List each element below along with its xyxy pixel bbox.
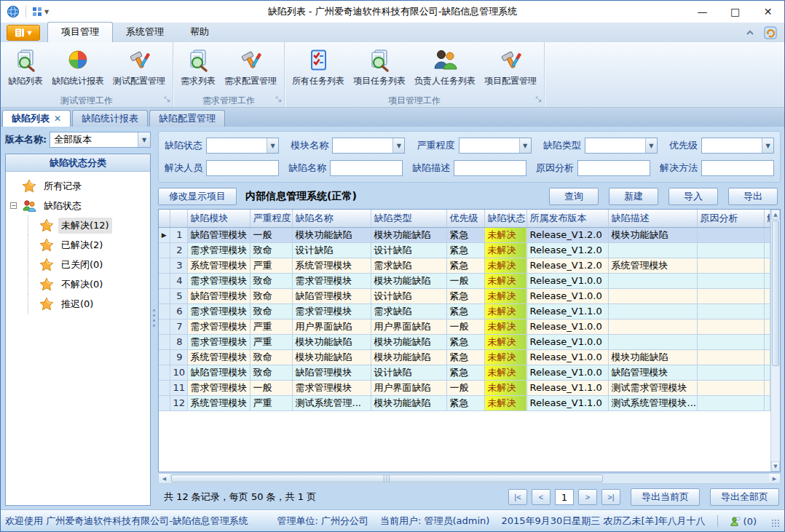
- close-button[interactable]: ✕: [752, 1, 784, 23]
- table-row[interactable]: 11需求管理模块一般需求管理模块用户界面缺陷一般未解决Release_V1.1.…: [159, 380, 770, 395]
- ribbon-button-requirement-config-mgmt[interactable]: 需求配置管理: [220, 45, 281, 89]
- new-button[interactable]: 新建: [609, 188, 658, 205]
- horizontal-scrollbar[interactable]: ◀ ||| ▶: [158, 473, 781, 484]
- ribbon-button-requirement-list[interactable]: 需求列表: [176, 45, 220, 89]
- chevron-down-icon[interactable]: ▼: [267, 138, 278, 153]
- table-row[interactable]: 3系统管理模块严重系统管理模块需求缺陷紧急未解决Release_V1.2.0系统…: [159, 258, 770, 273]
- table-row[interactable]: 2需求管理模块致命设计缺陷设计缺陷紧急未解决Release_V1.2.0: [159, 242, 770, 258]
- column-header-9[interactable]: 解决方法: [764, 210, 770, 227]
- close-icon[interactable]: ✕: [54, 114, 61, 124]
- export-current-page-button[interactable]: 导出当前页: [631, 488, 700, 506]
- export-button[interactable]: 导出: [728, 188, 778, 205]
- splitter[interactable]: [151, 127, 157, 510]
- table-row[interactable]: ▶1缺陷管理模块一般模块功能缺陷模块功能缺陷紧急未解决Release_V1.2.…: [159, 227, 770, 242]
- column-header-0[interactable]: 缺陷模块: [187, 210, 250, 227]
- last-page-button[interactable]: >|: [601, 489, 620, 505]
- filter-field-priority[interactable]: ▼: [701, 138, 774, 154]
- table-row[interactable]: 4需求管理模块致命需求管理模块模块功能缺陷一般未解决Release_V1.0.0: [159, 273, 770, 288]
- help-icon[interactable]: [764, 26, 777, 39]
- ribbon-button-project-tasks-list[interactable]: 项目任务列表: [349, 45, 410, 89]
- ribbon-tab-help[interactable]: 帮助: [177, 23, 222, 42]
- column-header-5[interactable]: 缺陷状态: [484, 210, 526, 227]
- next-page-button[interactable]: >: [578, 489, 597, 505]
- solution-input[interactable]: [702, 161, 773, 175]
- column-header-7[interactable]: 缺陷描述: [608, 210, 697, 227]
- table-row[interactable]: 7需求管理模块严重用户界面缺陷用户界面缺陷一般未解决Release_V1.0.0: [159, 319, 770, 334]
- column-header-6[interactable]: 所属发布版本: [526, 210, 608, 227]
- page-number-input[interactable]: [555, 489, 574, 505]
- column-header-1[interactable]: 严重程度: [250, 210, 292, 227]
- severity-input[interactable]: [459, 138, 519, 153]
- modify-columns-button[interactable]: 修改显示项目: [158, 188, 237, 205]
- ribbon-button-defect-list[interactable]: 缺陷列表: [4, 45, 47, 89]
- filter-field-defect-name[interactable]: [330, 160, 403, 176]
- filter-field-solution[interactable]: [701, 160, 774, 176]
- ribbon-button-project-config-mgmt[interactable]: 项目配置管理: [480, 45, 541, 89]
- scroll-down-icon[interactable]: ▼: [771, 461, 780, 472]
- document-tab-defect-stats-report[interactable]: 缺陷统计报表: [72, 110, 148, 127]
- horizontal-scroll-thumb[interactable]: |||: [171, 475, 603, 483]
- filter-field-severity[interactable]: ▼: [459, 138, 532, 154]
- defect-name-input[interactable]: [331, 161, 402, 175]
- column-header-4[interactable]: 优先级: [446, 210, 484, 227]
- application-menu-button[interactable]: ▼: [7, 25, 40, 41]
- dialog-launcher-icon[interactable]: [275, 94, 282, 105]
- scroll-right-icon[interactable]: ▶: [769, 474, 780, 483]
- ribbon-button-test-config-mgmt[interactable]: 测试配置管理: [109, 45, 170, 89]
- message-indicator[interactable]: (0): [730, 516, 757, 527]
- quick-access-toolbar-button[interactable]: ▼: [32, 7, 49, 17]
- cause-analysis-input[interactable]: [578, 161, 650, 175]
- chevron-down-icon[interactable]: ▼: [138, 132, 150, 147]
- table-row[interactable]: 8需求管理模块严重模块功能缺陷模块功能缺陷紧急未解决Release_V1.0.0: [159, 334, 770, 349]
- vertical-scrollbar[interactable]: ▲ ▼: [770, 210, 780, 472]
- collapse-node-icon[interactable]: −: [10, 202, 17, 209]
- filter-field-module-name[interactable]: ▼: [332, 138, 405, 154]
- filter-field-defect-desc[interactable]: [454, 160, 526, 176]
- ribbon-tab-project-mgmt[interactable]: 项目管理: [47, 22, 113, 42]
- ribbon-button-all-tasks-list[interactable]: 所有任务列表: [288, 45, 349, 89]
- horizontal-scroll-track[interactable]: |||: [170, 474, 769, 483]
- column-header-3[interactable]: 缺陷类型: [371, 210, 446, 227]
- resize-grip[interactable]: [771, 519, 780, 528]
- tree-item-defect-status[interactable]: −缺陷状态: [6, 196, 150, 215]
- chevron-down-icon[interactable]: ▼: [645, 138, 657, 153]
- document-tab-defect-list[interactable]: 缺陷列表✕: [2, 110, 71, 127]
- defect-status-input[interactable]: [207, 138, 267, 153]
- maximize-button[interactable]: □: [719, 1, 752, 23]
- collapse-ribbon-icon[interactable]: [745, 29, 755, 36]
- query-button[interactable]: 查询: [549, 188, 599, 205]
- table-row[interactable]: 5缺陷管理模块致命缺陷管理模块设计缺陷紧急未解决Release_V1.0.0: [159, 288, 770, 303]
- tree-item-wont-fix[interactable]: 不解决(0): [6, 274, 150, 294]
- tree-item-closed[interactable]: 已关闭(0): [6, 255, 150, 274]
- resolver-input[interactable]: [207, 161, 278, 175]
- prev-page-button[interactable]: <: [532, 489, 551, 505]
- version-combo[interactable]: 全部版本 ▼: [50, 132, 151, 148]
- filter-field-cause-analysis[interactable]: [577, 160, 650, 176]
- module-name-input[interactable]: [333, 138, 392, 153]
- ribbon-button-owner-tasks-list[interactable]: 负责人任务列表: [410, 45, 480, 89]
- document-tab-defect-config-mgmt[interactable]: 缺陷配置管理: [149, 110, 225, 127]
- export-all-pages-button[interactable]: 导出全部页: [710, 488, 779, 506]
- filter-field-resolver[interactable]: [206, 160, 279, 176]
- chevron-down-icon[interactable]: ▼: [762, 138, 773, 153]
- column-header-8[interactable]: 原因分析: [697, 210, 764, 227]
- first-page-button[interactable]: |<: [508, 489, 527, 505]
- filter-field-defect-status[interactable]: ▼: [206, 138, 279, 154]
- scroll-left-icon[interactable]: ◀: [159, 474, 170, 483]
- scroll-up-icon[interactable]: ▲: [771, 210, 780, 220]
- priority-input[interactable]: [702, 138, 762, 153]
- ribbon-button-defect-stats-report[interactable]: 缺陷统计报表: [47, 45, 109, 89]
- chevron-down-icon[interactable]: ▼: [392, 138, 404, 153]
- tree-item-resolved[interactable]: 已解决(2): [6, 235, 150, 255]
- minimize-button[interactable]: —: [686, 1, 719, 23]
- filter-field-defect-type[interactable]: ▼: [585, 138, 658, 154]
- defect-type-input[interactable]: [585, 138, 645, 153]
- defect-desc-input[interactable]: [454, 161, 526, 175]
- dialog-launcher-icon[interactable]: [164, 94, 170, 105]
- vertical-scroll-thumb[interactable]: [772, 221, 779, 366]
- table-row[interactable]: 10缺陷管理模块致命缺陷管理模块设计缺陷紧急未解决Release_V1.0.0缺…: [159, 365, 770, 380]
- table-row[interactable]: 12系统管理模块严重测试系统管理...模块功能缺陷紧急未解决Release_V1…: [159, 395, 770, 410]
- ribbon-tab-system-mgmt[interactable]: 系统管理: [113, 23, 177, 42]
- tree-item-unresolved[interactable]: 未解决(12): [6, 215, 150, 235]
- tree-item-postponed[interactable]: 推迟(0): [6, 294, 150, 314]
